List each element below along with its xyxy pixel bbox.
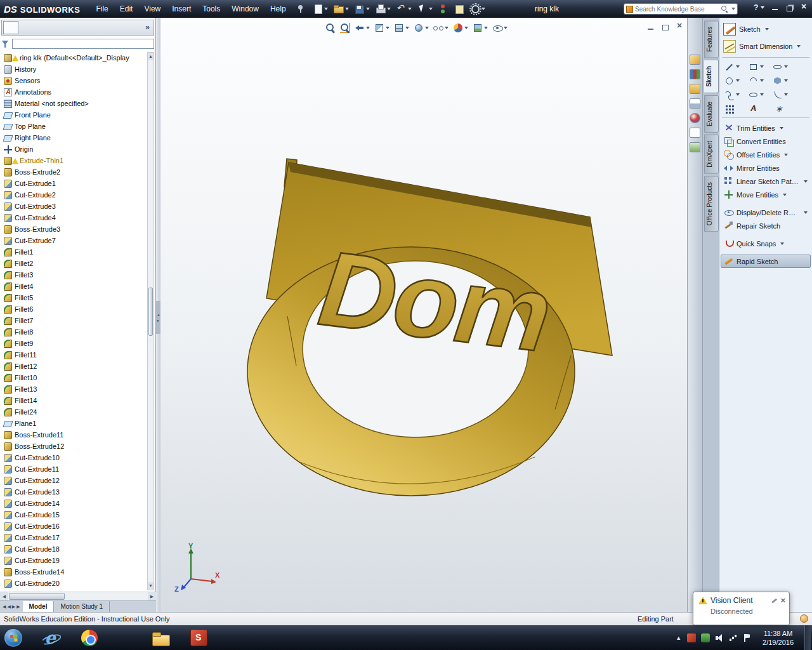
tree-item[interactable]: Cut-Extrude17 — [0, 532, 147, 543]
select-icon[interactable] — [417, 4, 433, 14]
tree-root-item[interactable]: ring klk (Default<<Default>_Display — [0, 52, 147, 63]
solidworks-taskbar-icon[interactable] — [187, 627, 211, 649]
tab-nav-arrow[interactable]: ▶ — [16, 604, 20, 609]
print-icon[interactable] — [375, 4, 391, 14]
apply-scene-icon[interactable] — [471, 20, 489, 36]
tree-item[interactable]: Fillet9 — [0, 338, 147, 349]
tree-item[interactable]: Fillet6 — [0, 303, 147, 315]
command-item[interactable]: Move Entities — [721, 188, 811, 201]
commandmanager-tab[interactable]: Evaluate — [704, 95, 719, 133]
tree-item[interactable]: Cut-Extrude7 — [0, 235, 147, 246]
tree-item[interactable]: Material <not specified> — [0, 98, 147, 109]
search-caret-icon[interactable] — [731, 8, 735, 10]
restore-button[interactable] — [785, 4, 794, 11]
tree-item[interactable]: Cut-Extrude15 — [0, 509, 147, 521]
tree-item[interactable]: History — [0, 63, 147, 75]
doc-close-button[interactable] — [676, 23, 685, 31]
commandmanager-tab[interactable]: Features — [704, 20, 719, 58]
zoom-to-area-icon[interactable] — [339, 20, 351, 36]
minimize-button[interactable] — [771, 4, 780, 11]
tree-item[interactable]: Right Plane — [0, 132, 147, 143]
tray-security-icon[interactable] — [701, 633, 710, 642]
line-tool-icon[interactable] — [724, 60, 749, 74]
wrench-icon[interactable] — [771, 597, 777, 604]
sketch-button[interactable]: Sketch — [721, 22, 810, 37]
scroll-up-icon[interactable]: ▲ — [148, 53, 154, 60]
tree-item[interactable]: Boss-Extrude12 — [0, 441, 147, 452]
commandmanager-tab[interactable]: Sketch — [704, 60, 719, 93]
ellipse-tool-icon[interactable] — [749, 88, 773, 102]
study-tab[interactable]: Motion Study 1 — [54, 601, 110, 612]
pin-icon[interactable] — [297, 4, 304, 13]
knowledge-base-search[interactable] — [624, 3, 738, 15]
tree-item[interactable]: Cut-Extrude14 — [0, 498, 147, 509]
panel-splitter[interactable]: ◂▸ — [156, 18, 160, 612]
command-item[interactable]: Offset Entities — [721, 148, 811, 161]
straight-slot-tool-icon[interactable] — [773, 60, 797, 74]
configurationmanager-tab[interactable] — [36, 21, 51, 34]
dimxpertmanager-tab[interactable] — [53, 21, 68, 34]
custom-properties-icon[interactable] — [690, 128, 700, 138]
tab-nav-arrow[interactable]: ▶ — [12, 604, 15, 609]
tree-item[interactable]: Fillet10 — [0, 372, 147, 383]
tree-item[interactable]: Fillet24 — [0, 406, 147, 418]
spline-tool-icon[interactable] — [724, 88, 749, 102]
hidden-icons-chevron[interactable]: ▲ — [676, 635, 681, 641]
solidworks-resources-icon[interactable] — [690, 55, 700, 65]
tree-item[interactable]: Plane1 — [0, 418, 147, 429]
text-tool-icon[interactable] — [749, 102, 773, 116]
scrollbar-thumb[interactable] — [9, 593, 65, 600]
polygon-tool-icon[interactable] — [773, 74, 797, 88]
panel-overflow-button[interactable]: » — [145, 23, 152, 32]
file-explorer-icon[interactable] — [690, 84, 700, 94]
menu-item[interactable]: Edit — [114, 3, 139, 15]
command-item[interactable]: Mirror Entities — [721, 161, 811, 175]
command-item[interactable]: Display/Delete Rel... — [721, 206, 811, 219]
tree-item[interactable]: Cut-Extrude20 — [0, 578, 147, 589]
tree-item[interactable]: Boss-Extrude3 — [0, 223, 147, 235]
document-recovery-icon[interactable] — [690, 142, 700, 152]
command-item[interactable]: Rapid Sketch — [721, 255, 811, 268]
tree-item[interactable]: Boss-Extrude14 — [0, 566, 147, 578]
tree-item[interactable]: Fillet8 — [0, 326, 147, 338]
file-properties-icon[interactable] — [454, 4, 464, 14]
tree-item[interactable]: Boss-Extrude2 — [0, 166, 147, 178]
commandmanager-tab[interactable]: Office Products — [704, 176, 719, 232]
windows-explorer-icon[interactable] — [148, 627, 173, 649]
tree-item[interactable]: Cut-Extrude11 — [0, 463, 147, 475]
status-addin-icon[interactable] — [800, 614, 808, 623]
search-icon[interactable] — [721, 5, 728, 13]
centerpoint-arc-tool-icon[interactable] — [749, 74, 773, 88]
tree-item[interactable]: Cut-Extrude16 — [0, 521, 147, 532]
tree-item[interactable]: Cut-Extrude19 — [0, 555, 147, 566]
previous-view-icon[interactable] — [353, 20, 371, 36]
view-palette-icon[interactable] — [690, 98, 700, 109]
tree-item[interactable]: Fillet13 — [0, 383, 147, 395]
tree-item[interactable]: Origin — [0, 143, 147, 155]
menu-item[interactable]: Window — [226, 3, 265, 15]
tree-item[interactable]: Cut-Extrude13 — [0, 486, 147, 498]
appearances-scenes-icon[interactable] — [690, 113, 700, 123]
menu-item[interactable]: Tools — [197, 3, 226, 15]
featuremanager-tree-tab[interactable] — [3, 21, 18, 34]
menu-item[interactable]: Help — [265, 3, 292, 15]
command-item[interactable]: Trim Entities — [721, 121, 811, 135]
options-icon[interactable] — [469, 4, 485, 14]
tree-item[interactable]: Fillet3 — [0, 269, 147, 281]
design-library-icon[interactable] — [690, 69, 700, 79]
new-document-icon[interactable] — [312, 4, 328, 14]
menu-item[interactable]: File — [90, 3, 114, 15]
point-tool-icon[interactable] — [773, 102, 797, 116]
corner-rectangle-tool-icon[interactable] — [749, 60, 773, 74]
taskbar-clock[interactable]: 11:38 AM 2/19/2016 — [757, 629, 799, 647]
tree-item[interactable]: Front Plane — [0, 109, 147, 121]
tree-item[interactable]: Cut-Extrude2 — [0, 189, 147, 201]
tray-action-center-icon[interactable] — [743, 633, 752, 642]
graphics-viewport[interactable]: Dom — [160, 18, 687, 612]
tree-item[interactable]: Fillet2 — [0, 258, 147, 269]
tree-item[interactable]: Annotations — [0, 86, 147, 98]
notification-close-button[interactable]: × — [780, 597, 785, 604]
tree-item[interactable]: Cut-Extrude10 — [0, 452, 147, 463]
circle-tool-icon[interactable] — [724, 74, 749, 88]
show-desktop-button[interactable] — [804, 625, 811, 650]
